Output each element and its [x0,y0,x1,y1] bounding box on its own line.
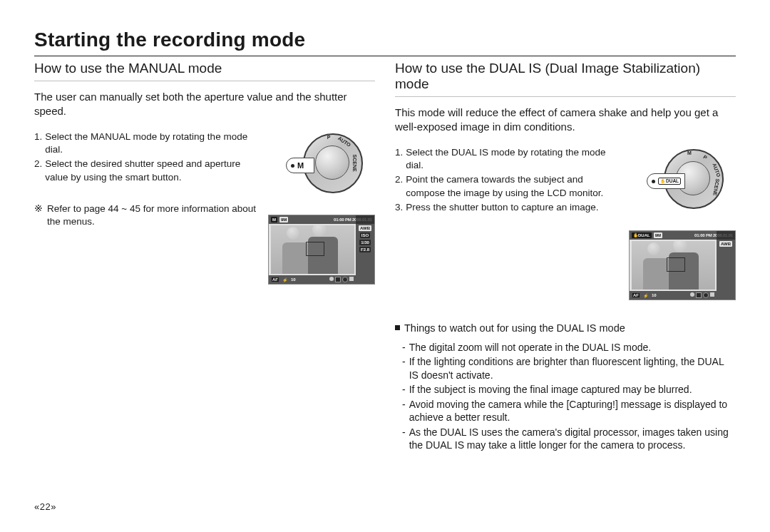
left-column: How to use the MANUAL mode The user can … [34,61,375,501]
iso-badge: ISO [360,232,370,238]
mode-badge: ✋DUAL [632,232,652,238]
watchout-list: -The digital zoom will not operate in th… [395,341,736,452]
aperture-badge: F2.8 [359,247,371,252]
right-step-2: 2. Point the camera towards the subject … [395,173,619,199]
quality-badge: 9M [279,217,288,222]
right-rule [395,96,736,97]
page-title: Starting the recording mode [34,29,736,51]
watchout-text: The digital zoom will not operate in the… [409,341,652,354]
lcd-rightbar: AWB [717,231,735,300]
flash-icon: ⚡ [282,277,288,282]
lcd-preview: ✋DUAL 9M 01:00 PM 2008.01.01 AWB AF ⚡ 10 [629,230,736,300]
right-step-1: 1. Select the DUAL IS mode by rotating t… [395,146,619,172]
step-text: Press the shutter button to capture an i… [406,201,598,214]
shape-square-icon [335,277,341,282]
shape-circle-icon [342,277,348,282]
right-heading: How to use the DUAL IS (Dual Image Stabi… [395,61,736,92]
title-rule [34,56,736,56]
watchout-item: -Avoid moving the camera while the [Capt… [402,398,736,424]
dial-mark-p: P [322,135,336,140]
right-visuals: M P AUTO SCENE ✋ DUAL [629,146,736,300]
shape-circle-icon [690,292,694,297]
left-note: ※ Refer to page 44 ~ 45 for more informa… [34,203,258,228]
dash-icon: - [402,398,406,424]
photo-area [632,241,715,290]
watchout-text: As the DUAL IS uses the camera's digital… [409,426,736,452]
dial-selector-tab: ✋ DUAL [647,173,685,189]
right-column: How to use the DUAL IS (Dual Image Stabi… [395,61,736,501]
watchout-text: Avoid moving the camera while the [Captu… [409,398,736,424]
watchout-text: If the subject is moving the final image… [409,383,692,396]
dash-icon: - [402,383,406,396]
left-step-2: 2. Select the desired shutter speed and … [34,158,258,183]
left-heading: How to use the MANUAL mode [34,61,375,76]
shape-square-icon [696,292,702,298]
dash-icon: - [402,341,406,354]
lcd-bottombar: AF ⚡ 10 [269,275,356,284]
quality-badge: 9M [654,232,662,238]
photo-area [271,225,354,274]
head-right [312,225,327,237]
dial-mark-scene: SCENE [352,155,357,169]
dial-selected-mode: DUAL [666,179,679,184]
watchout-item: -If the lighting conditions are brighter… [402,355,736,382]
left-step-1: 1. Select the MANUAL mode by rotating th… [34,131,258,156]
dash-icon: - [402,426,406,452]
head-left [647,242,660,255]
mode-badge: M [271,217,277,222]
smart-button-shapes [690,292,714,298]
dial-mark-m: M [682,150,697,155]
shape-circle-icon [329,277,334,281]
dial-cap [315,145,349,180]
step-text: Select the desired shutter speed and ape… [45,158,258,183]
lcd-bottombar: AF ⚡ 10 [630,291,717,300]
mode-dial-illustration: M P AUTO SCENE ✋ DUAL [644,146,721,223]
note-text: Refer to page 44 ~ 45 for more informati… [47,203,258,228]
step-text: Select the MANUAL mode by rotating the m… [45,131,258,156]
focus-box-icon [667,257,685,272]
left-intro: The user can manually set both the apert… [34,90,375,118]
page-number: 22 [40,501,51,512]
dial-dot-icon [291,164,294,168]
right-steps: 1. Select the DUAL IS mode by rotating t… [395,146,619,215]
hand-icon: ✋ [633,233,638,237]
dial-selector-tab: M [286,158,314,173]
watchout-heading-text: Things to watch out for using the DUAL I… [404,322,625,335]
step-number: 3. [395,201,403,214]
watchout-item: -If the subject is moving the final imag… [402,383,736,396]
left-rule [34,81,375,81]
watchout-item: -The digital zoom will not operate in th… [402,341,736,354]
wb-badge: AWB [719,241,732,247]
af-badge: AF [632,292,640,298]
count-badge: 10 [290,277,297,282]
step-number: 1. [34,131,42,156]
page-footer: «22» [34,501,736,512]
step-number: 2. [34,158,42,183]
hand-icon: ✋ [660,179,665,183]
shape-circle-icon [703,292,709,298]
left-steps: 1. Select the MANUAL mode by rotating th… [34,131,258,228]
right-intro: This mode will reduce the effect of came… [395,106,736,133]
dial-dot-icon [652,180,655,183]
flash-icon: ⚡ [642,293,649,298]
head-left [287,227,299,240]
left-step-block: 1. Select the MANUAL mode by rotating th… [34,131,375,285]
lcd-preview: M 9M 01:00 PM 2008.01.01 AWB ISO 1/30 F2… [268,215,375,285]
shape-square-icon [710,292,714,297]
smart-button-shapes [329,277,354,282]
dash-icon: - [402,355,406,382]
dial-selected-mode: M [297,162,304,170]
right-step-block: 1. Select the DUAL IS mode by rotating t… [395,146,736,300]
step-text: Select the DUAL IS mode by rotating the … [406,146,619,172]
focus-box-icon [306,242,324,256]
page: Starting the recording mode How to use t… [0,0,770,532]
reference-mark-icon: ※ [34,203,43,228]
step-text: Point the camera towards the subject and… [406,173,619,199]
two-column-layout: How to use the MANUAL mode The user can … [34,61,736,501]
step-number: 2. [395,173,403,199]
left-visuals: P AUTO SCENE M [268,131,375,285]
watchout-item: -As the DUAL IS uses the camera's digita… [402,426,736,452]
step-number: 1. [395,146,403,172]
mode-dial-illustration: P AUTO SCENE M [283,131,360,208]
square-bullet-icon [395,325,400,330]
